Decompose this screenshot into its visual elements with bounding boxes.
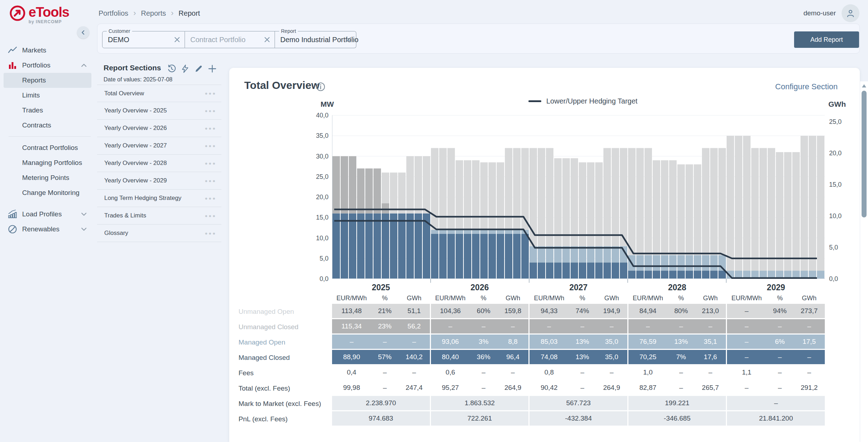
sidebar-item-contracts[interactable]: Contracts (0, 118, 95, 133)
app-root: eTools by INERCOMP Portfolios › Reports … (0, 0, 868, 442)
section-item-menu-icon[interactable]: ●●● (205, 178, 216, 184)
sidebar-item-metering-points[interactable]: Metering Points (0, 170, 95, 185)
sidebar-item-limits[interactable]: Limits (0, 88, 95, 103)
table-row-label: Total (excl. Fees) (239, 381, 331, 396)
sidebar-item-change-monitoring[interactable]: Change Monitoring (0, 185, 95, 200)
section-item-yearly-overview-2029[interactable]: Yearly Overview - 2029 ●●● (97, 172, 221, 190)
bolt-icon[interactable] (181, 64, 190, 73)
configure-section-link[interactable]: Configure Section (775, 82, 838, 91)
section-item-label: Long Term Hedging Strategy (104, 195, 181, 202)
sidebar-item-label: Contract Portfolios (22, 144, 78, 152)
table-cell: – (667, 322, 695, 330)
table-cell: 13% (667, 338, 695, 346)
section-item-menu-icon[interactable]: ●●● (205, 161, 216, 166)
left-axis-tick: 15,0 (306, 214, 328, 221)
clear-report-icon[interactable] (345, 36, 352, 44)
contract-portfolio-filter-field[interactable]: Contract Portfolio (185, 31, 275, 48)
sidebar-item-label: Limits (22, 91, 40, 99)
table-cell: 80,40 (431, 353, 470, 361)
table-cell: 74% (569, 307, 596, 315)
section-item-menu-icon[interactable]: ●●● (205, 91, 216, 96)
table-cell: – (398, 338, 430, 346)
sidebar-item-reports[interactable]: Reports (4, 73, 91, 88)
section-item-menu-icon[interactable]: ●●● (205, 126, 216, 131)
customer-filter-field[interactable]: Customer DEMO (102, 31, 185, 48)
overview-table: 20252026202720282029EUR/MWh%GWhEUR/MWh%G… (332, 282, 825, 427)
table-cell: 1,0 (628, 368, 667, 376)
section-item-menu-icon[interactable]: ●●● (205, 231, 216, 236)
chevron-down-icon[interactable] (81, 226, 87, 232)
scroll-up-arrow-icon[interactable] (862, 84, 866, 87)
section-item-label: Yearly Overview - 2028 (104, 160, 167, 167)
col-header-eur-mwh: EUR/MWh (431, 293, 470, 304)
clear-contract-portfolio-icon[interactable] (263, 36, 271, 44)
section-item-trades-limits[interactable]: Trades & Limits ●●● (97, 207, 221, 225)
sidebar-item-load-profiles[interactable]: Load Profiles (0, 207, 95, 222)
breadcrumb-separator-icon: › (133, 9, 136, 18)
report-filter-label: Report (279, 28, 298, 34)
table-year-header: 2029 (727, 282, 825, 293)
vertical-scrollbar[interactable] (860, 81, 868, 442)
table-cell: 13% (569, 353, 596, 361)
table-cell: – (470, 384, 497, 392)
hedging-target-legend-swatch (528, 100, 541, 102)
section-item-yearly-overview-2027[interactable]: Yearly Overview - 2027 ●●● (97, 137, 221, 155)
table-cell: 159,8 (497, 307, 529, 315)
left-axis-tick: 25,0 (306, 173, 328, 181)
table-cell: 17,6 (695, 353, 726, 361)
user-avatar-button[interactable] (842, 4, 859, 22)
report-sections-list: Total Overview ●●●Yearly Overview - 2025… (97, 85, 221, 242)
section-item-yearly-overview-2028[interactable]: Yearly Overview - 2028 ●●● (97, 155, 221, 172)
table-row-unmanaged-closed: 115,3423%56,2–––––––––––– (332, 319, 825, 333)
sidebar-item-managing-portfolios[interactable]: Managing Portfolios (0, 155, 95, 170)
sidebar-item-contract-portfolios[interactable]: Contract Portfolios (0, 140, 95, 155)
sidebar-collapse-button[interactable] (77, 26, 89, 39)
section-item-yearly-overview-2025[interactable]: Yearly Overview - 2025 ●●● (97, 102, 221, 120)
edit-icon[interactable] (194, 64, 203, 73)
table-cell: 35,1 (695, 338, 726, 346)
table-cell: – (727, 338, 766, 346)
add-icon[interactable] (208, 64, 217, 73)
breadcrumb-separator-icon: › (171, 9, 174, 18)
section-item-long-term-hedging-strategy[interactable]: Long Term Hedging Strategy ●●● (97, 190, 221, 207)
sidebar-item-trades[interactable]: Trades (0, 103, 95, 118)
section-item-menu-icon[interactable]: ●●● (205, 213, 216, 219)
table-cell: 264,9 (596, 384, 627, 392)
section-item-glossary[interactable]: Glossary ●●● (97, 225, 221, 242)
section-item-yearly-overview-2026[interactable]: Yearly Overview - 2026 ●●● (97, 120, 221, 137)
table-row-label: Fees (239, 365, 331, 381)
table-cell: 1.863.532 (431, 399, 529, 407)
table-cell: -432.384 (530, 415, 627, 422)
info-icon[interactable] (316, 82, 325, 91)
table-cell: 56,2 (398, 322, 430, 330)
table-cell: – (470, 368, 497, 376)
table-cell: – (793, 322, 825, 330)
chevron-up-icon[interactable] (81, 62, 87, 69)
report-sections-title: Report Sections (104, 64, 161, 72)
breadcrumb-reports[interactable]: Reports (141, 9, 166, 17)
table-cell: 94% (766, 307, 794, 315)
section-item-menu-icon[interactable]: ●●● (205, 196, 216, 201)
table-cell: 70,25 (628, 353, 667, 361)
history-icon[interactable] (167, 64, 176, 73)
report-filter-field[interactable]: Report Demo Industrial Portfolio (275, 31, 356, 48)
col-header-percent: % (569, 293, 596, 304)
section-item-total-overview[interactable]: Total Overview ●●● (97, 85, 221, 102)
chevron-down-icon[interactable] (81, 211, 87, 217)
table-cell: 104,36 (431, 307, 470, 315)
sidebar-item-portfolios[interactable]: Portfolios (0, 58, 95, 73)
section-item-menu-icon[interactable]: ●●● (205, 143, 216, 149)
table-cell: 80% (667, 307, 695, 315)
breadcrumb-portfolios[interactable]: Portfolios (99, 9, 128, 17)
table-row-mark-to-market-excl-fees-: 2.238.9701.863.532567.723199.221– (332, 396, 825, 410)
scrollbar-thumb[interactable] (862, 91, 867, 217)
table-cell: 88,90 (332, 353, 371, 361)
add-report-button[interactable]: Add Report (794, 31, 859, 48)
section-item-menu-icon[interactable]: ●●● (205, 108, 216, 114)
customer-filter-label: Customer (107, 28, 132, 34)
sidebar-item-markets[interactable]: Markets (0, 43, 95, 58)
clear-customer-icon[interactable] (173, 36, 181, 44)
sidebar-item-renewables[interactable]: Renewables (0, 222, 95, 237)
sidebar-item-label: Markets (22, 46, 46, 54)
sidebar-nav: MarketsPortfoliosReportsLimitsTradesCont… (0, 43, 95, 237)
